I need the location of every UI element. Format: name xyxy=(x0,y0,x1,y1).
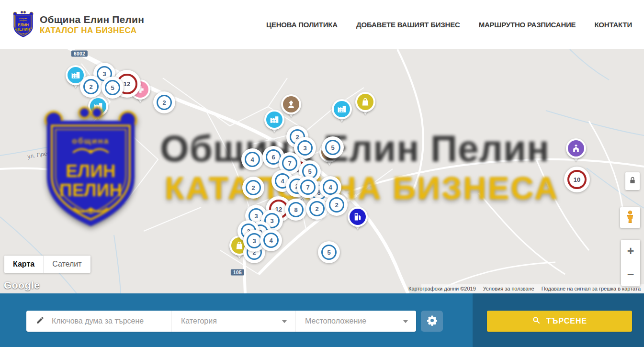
page: общинаЕЛИНПЕЛИН Община Елин Пелин КАТАЛО… xyxy=(0,0,644,347)
cluster-count: 8 xyxy=(288,202,304,217)
pegman-icon xyxy=(624,210,636,225)
cluster-count: 3 xyxy=(297,140,313,156)
search-submit-button[interactable]: ТЪРСЕНЕ xyxy=(487,311,632,332)
search-toolbar: Категория Местоположение ТЪРСЕНЕ xyxy=(0,293,644,347)
cluster-count: 7 xyxy=(300,179,316,195)
map-cluster[interactable]: 8 xyxy=(285,199,307,221)
map-type-карта[interactable]: Карта xyxy=(4,256,43,273)
cluster-count: 2 xyxy=(83,79,99,94)
map-type-сателит[interactable]: Сателит xyxy=(43,256,90,273)
location-select[interactable]: Местоположение xyxy=(295,311,416,332)
pegman-button[interactable] xyxy=(620,207,640,228)
map-cluster[interactable]: 7 xyxy=(297,176,319,198)
cluster-count: 5 xyxy=(105,80,120,95)
map-attribution: Картографски данни ©2019Условия за ползв… xyxy=(408,286,641,291)
brand-title: Община Елин Пелин xyxy=(40,14,144,25)
map-cluster[interactable]: 4 xyxy=(260,229,282,251)
map-cluster[interactable]: 10 xyxy=(564,167,590,192)
nav-item[interactable]: МАРШРУТНО РАЗПИСАНИЕ xyxy=(479,21,576,29)
map-canvas[interactable]: 6002105 ул. Преславбул. „Новоселци" общи… xyxy=(0,49,644,293)
cluster-count: 4 xyxy=(245,152,260,167)
map-cluster[interactable]: 2 xyxy=(326,194,348,216)
location-select-label: Местоположение xyxy=(305,317,366,325)
brand-logo[interactable]: общинаЕЛИНПЕЛИН Община Елин Пелин КАТАЛО… xyxy=(12,11,144,38)
municipality-crest-icon: общинаЕЛИНПЕЛИН xyxy=(12,11,34,38)
svg-text:община: община xyxy=(19,18,28,20)
cluster-count: 4 xyxy=(263,233,279,248)
map-cluster[interactable]: 2 xyxy=(80,76,102,98)
map-cluster[interactable]: 2 xyxy=(153,91,175,113)
cluster-count: 7 xyxy=(282,156,297,171)
map-cluster[interactable]: 5 xyxy=(322,136,344,158)
svg-text:ПЕЛИН: ПЕЛИН xyxy=(16,27,30,32)
search-box: Категория Местоположение xyxy=(26,311,416,332)
main-nav: ЦЕНОВА ПОЛИТИКАДОБАВЕТЕ ВАШИЯТ БИЗНЕСМАР… xyxy=(266,21,632,29)
nav-item[interactable]: ЦЕНОВА ПОЛИТИКА xyxy=(266,21,338,29)
cluster-count: 2 xyxy=(329,197,344,213)
chevron-down-icon xyxy=(403,320,408,323)
cluster-count: 5 xyxy=(321,245,337,260)
zoom-in-button[interactable]: + xyxy=(621,240,640,263)
cluster-count: 2 xyxy=(309,201,325,216)
header: общинаЕЛИНПЕЛИН Община Елин Пелин КАТАЛО… xyxy=(0,0,644,49)
search-icon xyxy=(532,316,541,326)
cluster-count: 2 xyxy=(246,180,261,195)
keyword-field-wrap xyxy=(26,311,171,332)
cluster-count: 2 xyxy=(157,95,172,110)
brand-text: Община Елин Пелин КАТАЛОГ НА БИЗНЕСА xyxy=(40,14,144,35)
nav-item[interactable]: КОНТАКТИ xyxy=(594,21,632,29)
svg-text:ЕЛИН: ЕЛИН xyxy=(18,23,29,27)
nav-item[interactable]: ДОБАВЕТЕ ВАШИЯТ БИЗНЕС xyxy=(356,21,460,29)
lock-icon xyxy=(629,176,636,187)
keyword-search-input[interactable] xyxy=(51,316,153,326)
zoom-out-button[interactable]: − xyxy=(621,263,640,286)
advanced-options-button[interactable] xyxy=(421,311,443,332)
map-type-control: КартаСателит xyxy=(4,256,90,273)
pencil-icon xyxy=(36,316,45,326)
map-cluster[interactable]: 2 xyxy=(242,177,264,199)
google-logo[interactable]: Google xyxy=(4,280,40,291)
chevron-down-icon xyxy=(282,320,287,323)
search-submit-label: ТЪРСЕНЕ xyxy=(546,317,587,325)
category-select-label: Категория xyxy=(181,317,217,325)
map-cluster[interactable]: 2 xyxy=(306,198,328,220)
attribution-link[interactable]: Условия за ползване xyxy=(483,286,534,291)
attribution-text: Картографски данни ©2019 xyxy=(408,286,476,291)
map-cluster[interactable]: 4 xyxy=(241,148,263,170)
cluster-count: 4 xyxy=(323,179,338,195)
gear-icon xyxy=(426,314,438,328)
street-view-lock-button[interactable] xyxy=(625,172,640,190)
category-select[interactable]: Категория xyxy=(171,311,295,332)
attribution-link[interactable]: Подаване на сигнал за грешка в картата xyxy=(542,286,641,291)
cluster-count: 5 xyxy=(325,140,340,155)
brand-subtitle: КАТАЛОГ НА БИЗНЕСА xyxy=(40,26,144,35)
cluster-count: 10 xyxy=(567,170,587,189)
map-cluster[interactable]: 5 xyxy=(102,77,124,99)
zoom-control: + − xyxy=(621,240,640,286)
map-cluster[interactable]: 5 xyxy=(318,241,340,263)
